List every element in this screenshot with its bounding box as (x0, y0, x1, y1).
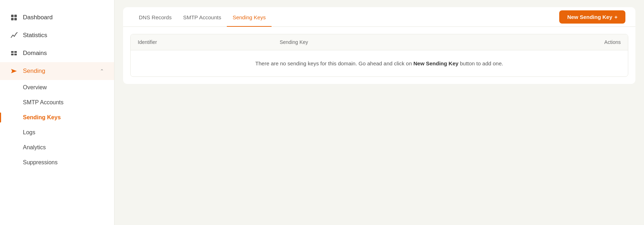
sidebar-subitem-analytics[interactable]: Analytics (0, 140, 114, 155)
sidebar-item-dashboard-label: Dashboard (23, 14, 53, 21)
sidebar-item-dashboard[interactable]: Dashboard (0, 9, 114, 26)
content-card: DNS Records SMTP Accounts Sending Keys N… (123, 7, 635, 84)
svg-rect-6 (14, 51, 17, 53)
sidebar-item-domains-label: Domains (23, 50, 47, 57)
sidebar-item-sending-label: Sending (23, 68, 45, 75)
svg-rect-3 (14, 18, 17, 20)
sidebar: Dashboard Statistics Domains Sen (0, 0, 114, 225)
tab-dns-records[interactable]: DNS Records (133, 7, 177, 27)
sidebar-subitem-overview[interactable]: Overview (0, 80, 114, 95)
svg-rect-1 (14, 15, 17, 17)
sidebar-subitem-sending-keys[interactable]: Sending Keys (0, 110, 114, 125)
svg-line-4 (16, 32, 17, 34)
chevron-up-icon: ⌃ (100, 68, 104, 74)
sidebar-item-domains[interactable]: Domains (0, 44, 114, 62)
statistics-icon (10, 31, 18, 39)
svg-rect-5 (11, 51, 14, 53)
column-header-identifier: Identifier (138, 39, 280, 45)
sidebar-subitem-smtp-accounts[interactable]: SMTP Accounts (0, 95, 114, 110)
table-header: Identifier Sending Key Actions (131, 34, 628, 50)
plus-icon: + (614, 14, 618, 20)
dashboard-icon (10, 14, 18, 21)
main-content: DNS Records SMTP Accounts Sending Keys N… (114, 0, 644, 225)
tabs-bar: DNS Records SMTP Accounts Sending Keys N… (123, 7, 635, 27)
sending-icon (10, 67, 18, 75)
column-header-actions: Actions (564, 39, 621, 45)
tab-sending-keys[interactable]: Sending Keys (227, 7, 272, 27)
column-header-sending-key: Sending Key (280, 39, 564, 45)
sidebar-item-sending[interactable]: Sending ⌃ (0, 62, 114, 80)
table-empty-message: There are no sending keys for this domai… (131, 50, 628, 76)
svg-rect-7 (11, 54, 14, 55)
tab-smtp-accounts[interactable]: SMTP Accounts (177, 7, 227, 27)
sidebar-subitem-logs[interactable]: Logs (0, 125, 114, 140)
sidebar-item-statistics-label: Statistics (23, 32, 47, 39)
new-sending-key-button[interactable]: New Sending Key + (559, 10, 625, 24)
sending-submenu: Overview SMTP Accounts Sending Keys Logs… (0, 80, 114, 170)
sidebar-item-statistics[interactable]: Statistics (0, 26, 114, 44)
svg-rect-0 (11, 15, 14, 17)
domains-icon (10, 49, 18, 57)
svg-marker-9 (11, 69, 17, 73)
sending-keys-table: Identifier Sending Key Actions There are… (130, 34, 628, 77)
tabs-action-area: New Sending Key + (559, 10, 625, 24)
svg-rect-2 (11, 18, 14, 20)
svg-rect-8 (14, 54, 17, 55)
sidebar-subitem-suppressions[interactable]: Suppressions (0, 155, 114, 170)
